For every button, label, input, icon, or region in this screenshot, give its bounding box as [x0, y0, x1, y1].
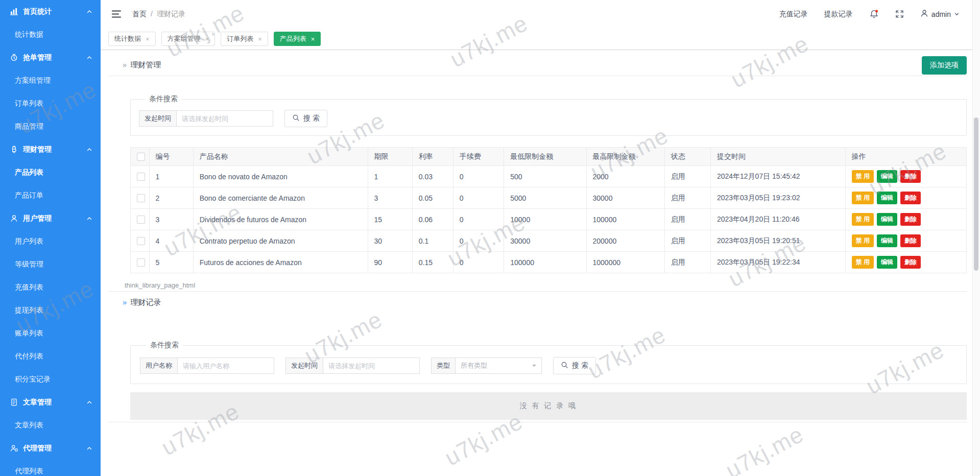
tab-label: 方案组管理	[168, 34, 201, 43]
tab-label: 产品列表	[280, 34, 306, 43]
sidebar-item[interactable]: 用户列表	[0, 230, 101, 253]
type-select-value: 所有类型	[461, 361, 487, 370]
delete-button[interactable]: 删除	[900, 170, 921, 183]
search-button[interactable]: 搜 索	[553, 357, 596, 374]
delete-button[interactable]: 删除	[900, 213, 921, 226]
sidebar-group-order-grab[interactable]: 抢单管理	[0, 46, 101, 69]
cell-rate: 0.03	[412, 166, 453, 187]
row-checkbox[interactable]	[137, 258, 145, 267]
double-chevron-icon: »	[123, 298, 127, 306]
search-legend: 条件搜索	[146, 341, 183, 350]
cell-status: 启用	[664, 166, 710, 187]
sidebar-group-articles[interactable]: 文章管理	[0, 391, 101, 414]
sidebar-item[interactable]: 等级管理	[0, 253, 101, 276]
fullscreen-icon[interactable]	[895, 10, 904, 18]
cell-rate: 0.1	[412, 230, 453, 252]
sidebar-item[interactable]: 统计数据	[0, 23, 101, 46]
tab-products[interactable]: 产品列表×	[274, 32, 321, 46]
cell-fee: 0	[453, 252, 504, 273]
recharge-records-link[interactable]: 充值记录	[779, 10, 808, 19]
delete-button[interactable]: 删除	[900, 234, 921, 247]
article-icon	[10, 398, 18, 407]
edit-button[interactable]: 编辑	[877, 234, 897, 247]
sidebar-item[interactable]: 代付列表	[0, 345, 101, 368]
edit-button[interactable]: 编辑	[877, 213, 897, 226]
sidebar-item[interactable]: 代理列表	[0, 460, 101, 476]
disable-button[interactable]: 禁 用	[852, 234, 874, 247]
edit-button[interactable]: 编辑	[877, 256, 897, 269]
disable-button[interactable]: 禁 用	[852, 170, 874, 183]
sidebar-item[interactable]: 订单列表	[0, 92, 101, 115]
close-icon[interactable]: ×	[258, 35, 262, 43]
edit-button[interactable]: 编辑	[877, 192, 897, 204]
close-icon[interactable]: ×	[311, 35, 315, 43]
add-option-button[interactable]: 添加选项	[922, 56, 967, 75]
start-time-input[interactable]	[323, 358, 420, 374]
row-checkbox[interactable]	[137, 194, 145, 202]
type-select[interactable]: 所有类型	[456, 358, 542, 374]
sidebar-item[interactable]: 产品订单	[0, 184, 101, 207]
scrollbar-thumb[interactable]	[974, 117, 978, 271]
select-all-checkbox[interactable]	[137, 153, 145, 161]
breadcrumb-home[interactable]: 首页	[132, 10, 147, 18]
withdraw-records-link[interactable]: 提款记录	[824, 10, 853, 19]
sidebar-group-label: 代理管理	[23, 444, 52, 453]
disable-button[interactable]: 禁 用	[852, 192, 874, 204]
sidebar-item[interactable]: 账单列表	[0, 322, 101, 345]
user-icon	[10, 215, 18, 223]
start-time-label: 发起时间	[285, 358, 323, 374]
user-menu[interactable]: admin	[920, 9, 960, 19]
chevron-up-icon	[86, 9, 92, 15]
sidebar-item[interactable]: 方案组管理	[0, 69, 101, 92]
close-icon[interactable]: ×	[146, 35, 150, 43]
row-checkbox[interactable]	[137, 173, 145, 181]
column-header: 状态	[664, 148, 710, 166]
records-search-panel: 条件搜索 用户名称 发起时间 类型 所有类型	[130, 341, 967, 384]
cell-status: 启用	[664, 209, 710, 230]
sidebar-item[interactable]: 产品列表	[0, 161, 101, 184]
sidebar-group-finance[interactable]: 理财管理	[0, 138, 101, 161]
agent-icon	[10, 444, 18, 453]
close-icon[interactable]: ×	[205, 35, 209, 43]
sidebar-item[interactable]: 商品管理	[0, 115, 101, 138]
cell-max-amount: 1000000	[586, 252, 664, 273]
edit-button[interactable]: 编辑	[877, 170, 897, 183]
start-time-input[interactable]	[177, 110, 273, 127]
cell-submit-time: 2023年03月05日 19:22:34	[710, 252, 845, 273]
bell-icon[interactable]	[869, 9, 879, 19]
tab-label: 订单列表	[227, 34, 253, 43]
hamburger-menu-icon[interactable]	[112, 10, 121, 18]
delete-button[interactable]: 删除	[900, 192, 921, 204]
cell-term: 1	[368, 166, 412, 187]
column-header: 期限	[368, 148, 412, 166]
cell-id: 2	[149, 187, 193, 209]
table-row: 5Futuros de acciones de Amazon900.150100…	[131, 252, 967, 273]
sidebar-group-agents[interactable]: 代理管理	[0, 437, 101, 460]
search-button[interactable]: 搜 索	[284, 110, 327, 127]
sidebar-item[interactable]: 积分宝记录	[0, 368, 101, 391]
sidebar-item[interactable]: 文章列表	[0, 414, 101, 437]
disable-button[interactable]: 禁 用	[852, 213, 874, 226]
cell-submit-time: 2024年12月07日 15:45:42	[710, 166, 845, 187]
tab-orders[interactable]: 订单列表×	[221, 32, 268, 46]
sidebar-group-home-stats[interactable]: 首页统计	[0, 0, 101, 23]
sidebar-item[interactable]: 充值列表	[0, 276, 101, 299]
row-checkbox[interactable]	[137, 237, 145, 245]
vertical-scrollbar[interactable]	[972, 0, 980, 476]
cell-product-name: Dividendos de futuros de Amazon	[193, 209, 368, 230]
row-checkbox[interactable]	[137, 216, 145, 224]
double-chevron-icon: »	[123, 60, 127, 69]
tab-stats[interactable]: 统计数据×	[108, 32, 156, 46]
disable-button[interactable]: 禁 用	[852, 256, 874, 269]
sidebar-group-users[interactable]: 用户管理	[0, 207, 101, 230]
divider	[108, 291, 967, 292]
user-name-input[interactable]	[178, 358, 274, 374]
cell-min-amount: 100000	[504, 252, 586, 273]
delete-button[interactable]: 删除	[900, 256, 921, 269]
main-area: 首页/理财记录 充值记录 提款记录 admin 统计数据×方案组管理×订单列表×…	[101, 0, 980, 476]
sidebar-item[interactable]: 提现列表	[0, 299, 101, 322]
tab-plan-groups[interactable]: 方案组管理×	[161, 32, 216, 46]
chevron-up-icon	[86, 55, 92, 61]
cell-max-amount: 100000	[586, 209, 664, 230]
finance-search-panel: 条件搜索 发起时间 搜 索	[130, 94, 967, 136]
